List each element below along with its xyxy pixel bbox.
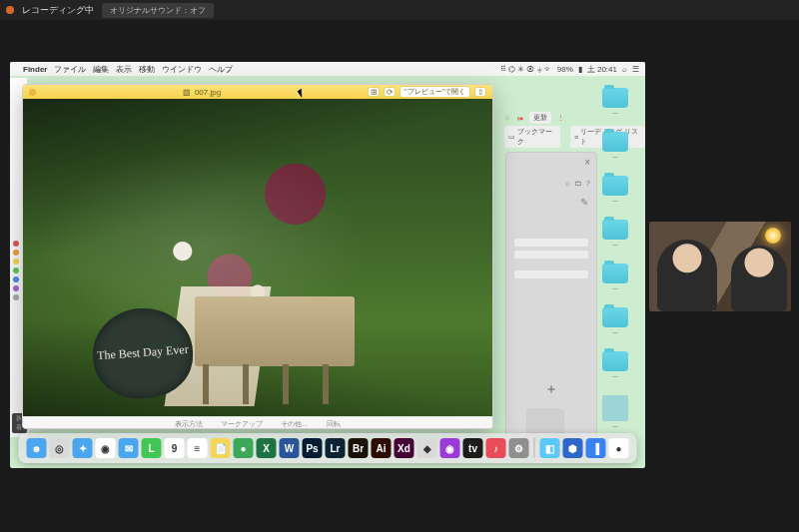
menu-window[interactable]: ウインドウ bbox=[162, 64, 202, 75]
quicklook-titlebar[interactable]: ▧ 007.jpg ⊞ ⟳ "プレビュー"で開く ⇧ bbox=[23, 85, 492, 99]
dock-chrome-icon[interactable]: ◉ bbox=[96, 438, 116, 458]
folder-icon[interactable]: 🗀 bbox=[574, 179, 582, 188]
image-table bbox=[195, 296, 355, 366]
dock-app2-icon[interactable]: ◆ bbox=[417, 438, 437, 458]
dock-reminders-icon[interactable]: ≡ bbox=[188, 438, 208, 458]
rotate-icon[interactable]: ⟳ bbox=[384, 87, 396, 97]
dock-podcasts-icon[interactable]: ◉ bbox=[440, 438, 460, 458]
menu-file[interactable]: ファイル bbox=[54, 64, 86, 75]
dock-safari-icon[interactable]: ✦ bbox=[73, 438, 93, 458]
webcam-panel[interactable] bbox=[649, 222, 791, 311]
dock-dropbox-icon[interactable]: ⬢ bbox=[563, 438, 583, 458]
battery-percent: 98% bbox=[557, 65, 573, 74]
menubar-app-name[interactable]: Finder bbox=[23, 65, 47, 74]
tag-red-icon[interactable] bbox=[13, 241, 19, 247]
dock-app-icon[interactable]: ● bbox=[234, 438, 254, 458]
folder-icon bbox=[602, 88, 628, 108]
desktop-folder[interactable]: — bbox=[593, 220, 637, 248]
tag-gray-icon[interactable] bbox=[13, 294, 19, 300]
meeting-top-bar: レコーディング中 オリジナルサウンド：オフ bbox=[0, 0, 799, 20]
dock-photoshop-icon[interactable]: Ps bbox=[303, 438, 323, 458]
clock: 土 20:41 bbox=[587, 64, 617, 75]
dock-illustrator-icon[interactable]: Ai bbox=[372, 438, 392, 458]
folder-icon bbox=[602, 132, 628, 152]
dock-calendar-icon[interactable]: 9 bbox=[165, 438, 185, 458]
dock-finder-icon[interactable]: ☻ bbox=[27, 438, 47, 458]
status-icons[interactable]: ⠿ ⌬ ✳ ⦿ ⏚ ᯤ bbox=[500, 65, 552, 74]
close-icon[interactable]: × bbox=[584, 157, 590, 168]
dock-line-icon[interactable]: L bbox=[142, 438, 162, 458]
footer-item[interactable]: 表示方法 bbox=[175, 419, 203, 429]
folder-icon bbox=[602, 220, 628, 240]
help-icon[interactable]: ? bbox=[586, 179, 590, 188]
mac-menubar: Finder ファイル 編集 表示 移動 ウインドウ ヘルプ ⠿ ⌬ ✳ ⦿ ⏚… bbox=[10, 62, 645, 76]
menu-help[interactable]: ヘルプ bbox=[209, 64, 233, 75]
dock-launchpad-icon[interactable]: ◎ bbox=[50, 438, 70, 458]
window-close-icon[interactable] bbox=[29, 89, 36, 96]
original-sound-toggle[interactable]: オリジナルサウンド：オフ bbox=[102, 3, 214, 18]
dock-settings-icon[interactable]: ⚙ bbox=[509, 438, 529, 458]
dock-tv-icon[interactable]: tv bbox=[463, 438, 483, 458]
desktop-folder[interactable]: — bbox=[593, 88, 637, 116]
menu-view[interactable]: 表示 bbox=[116, 64, 132, 75]
bookmark-star-icon[interactable]: ☆ bbox=[504, 114, 510, 122]
menu-go[interactable]: 移動 bbox=[139, 64, 155, 75]
battery-icon: ▮ bbox=[578, 65, 582, 74]
menu-edit[interactable]: 編集 bbox=[93, 64, 109, 75]
folder-icon bbox=[602, 307, 628, 327]
dock-zoom-icon[interactable]: ▐ bbox=[586, 438, 606, 458]
tag-orange-icon[interactable] bbox=[13, 250, 19, 256]
spotlight-icon[interactable]: ⌕ bbox=[622, 65, 627, 74]
participant-2 bbox=[731, 246, 787, 311]
more-icon[interactable]: ⋮ bbox=[557, 114, 564, 122]
open-with-button[interactable]: "プレビュー"で開く bbox=[400, 86, 470, 98]
desktop-folder[interactable]: — bbox=[593, 132, 637, 160]
grid-icon[interactable]: ⊞ bbox=[368, 87, 380, 97]
dock-notes-icon[interactable]: 📄 bbox=[211, 438, 231, 458]
control-center-icon[interactable]: ☰ bbox=[632, 65, 639, 74]
search-icon[interactable]: ⌕ bbox=[565, 179, 570, 188]
image-icon: ▧ bbox=[183, 88, 191, 97]
desktop-thumb[interactable]: — bbox=[593, 395, 637, 429]
browser-toolbar-fragment: ☆ 🕪 更新 ⋮ bbox=[504, 112, 596, 124]
footer-item[interactable]: マークアップ bbox=[221, 419, 263, 429]
dock-excel-icon[interactable]: X bbox=[257, 438, 277, 458]
dock-mail-icon[interactable]: ✉ bbox=[119, 438, 139, 458]
folder-icon bbox=[602, 351, 628, 371]
desktop-folder[interactable]: — bbox=[593, 307, 637, 335]
tag-green-icon[interactable] bbox=[13, 267, 19, 273]
shared-screen: Finder ファイル 編集 表示 移動 ウインドウ ヘルプ ⠿ ⌬ ✳ ⦿ ⏚… bbox=[10, 62, 645, 468]
tag-yellow-icon[interactable] bbox=[13, 259, 19, 265]
dock-lightroom-icon[interactable]: Lr bbox=[326, 438, 346, 458]
speaker-icon[interactable]: 🕪 bbox=[516, 115, 523, 122]
folder-icon bbox=[602, 176, 628, 196]
desktop-folder[interactable]: — bbox=[593, 351, 637, 379]
tag-blue-icon[interactable] bbox=[13, 276, 19, 282]
quicklook-window: ▧ 007.jpg ⊞ ⟳ "プレビュー"で開く ⇧ The Best Day … bbox=[22, 84, 493, 429]
share-icon[interactable]: ⇧ bbox=[474, 87, 486, 97]
recording-indicator-icon bbox=[6, 6, 14, 14]
dock-word-icon[interactable]: W bbox=[280, 438, 300, 458]
lamp-icon bbox=[765, 228, 781, 244]
desktop-folder[interactable]: — bbox=[593, 264, 637, 291]
dock-app3-icon[interactable]: ◧ bbox=[540, 438, 560, 458]
folder-icon bbox=[602, 264, 628, 283]
dock: ☻◎✦◉✉L9≡📄●XWPsLrBrAiXd◆◉tv♪⚙◧⬢▐● bbox=[19, 433, 637, 463]
side-panel: × ⌕ 🗀 ? ✎ ＋ …ません bbox=[505, 152, 597, 457]
dock-music-icon[interactable]: ♪ bbox=[486, 438, 506, 458]
desktop-folders: — — — — — — — — bbox=[593, 88, 637, 429]
bookmark-tab[interactable]: ▭ ブックマーク bbox=[504, 126, 560, 148]
dock-xd-icon[interactable]: Xd bbox=[395, 438, 414, 458]
footer-item[interactable]: その他… bbox=[281, 419, 309, 429]
desktop-folder[interactable]: — bbox=[593, 176, 637, 204]
recording-label: レコーディング中 bbox=[22, 4, 94, 17]
footer-item[interactable]: 回転 bbox=[327, 419, 341, 429]
participant-1 bbox=[657, 240, 717, 311]
quicklook-image: The Best Day Ever bbox=[23, 99, 492, 416]
tag-purple-icon[interactable] bbox=[13, 285, 19, 291]
add-button[interactable]: ＋ bbox=[544, 380, 558, 398]
dock-app4-icon[interactable]: ● bbox=[609, 438, 629, 458]
dock-bridge-icon[interactable]: Br bbox=[349, 438, 369, 458]
refresh-button[interactable]: 更新 bbox=[529, 112, 551, 124]
edit-icon[interactable]: ✎ bbox=[580, 197, 588, 208]
